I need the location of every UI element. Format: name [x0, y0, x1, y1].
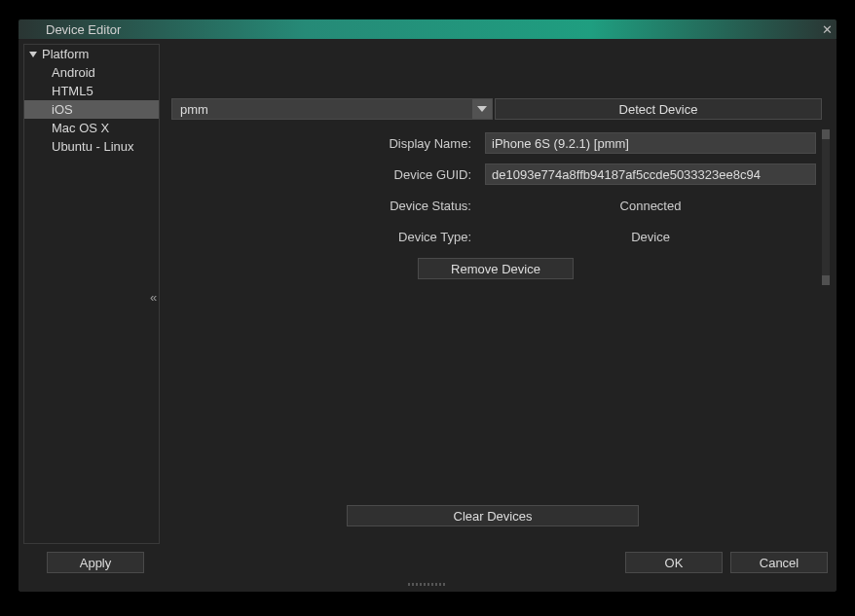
- scrollbar-thumb[interactable]: [822, 129, 830, 139]
- input-value: de1093e774a8ffb94187af5ccde5033323ee8c94: [492, 167, 761, 182]
- window-close-button[interactable]: ✕: [817, 19, 836, 39]
- field-display-name: Display Name: iPhone 6S (9.2.1) [pmm]: [175, 129, 816, 157]
- field-label: Device Status:: [175, 199, 477, 213]
- device-dropdown[interactable]: pmm: [171, 98, 493, 120]
- device-fields: Display Name: iPhone 6S (9.2.1) [pmm] De…: [175, 129, 832, 285]
- titlebar[interactable]: Device Editor ✕: [19, 19, 836, 39]
- tree-root-label: Platform: [42, 47, 89, 61]
- lower-panel: Clear Devices: [171, 303, 832, 544]
- platform-tree: Platform Android HTML5 iOS Mac OS X Ubun…: [23, 44, 160, 544]
- tree-expander-icon: [28, 50, 38, 59]
- chevron-down-icon: [472, 99, 492, 119]
- remove-row: Remove Device: [175, 258, 816, 279]
- collapse-panel-handle[interactable]: «: [150, 290, 157, 305]
- collapse-icon: «: [150, 290, 157, 305]
- device-guid-input[interactable]: de1093e774a8ffb94187af5ccde5033323ee8c94: [485, 163, 816, 185]
- device-select-row: pmm Detect Device: [171, 98, 832, 120]
- device-type-value: Device: [485, 230, 816, 244]
- apply-button[interactable]: Apply: [47, 552, 144, 573]
- resize-grip[interactable]: [23, 581, 832, 587]
- tree-item-android[interactable]: Android: [24, 63, 159, 82]
- tree-item-ios[interactable]: iOS: [24, 100, 159, 119]
- clear-devices-button[interactable]: Clear Devices: [347, 505, 639, 526]
- spacer: [171, 44, 832, 98]
- clear-label: Clear Devices: [454, 509, 533, 524]
- field-label: Device GUID:: [175, 167, 477, 182]
- tree-root-platform[interactable]: Platform: [24, 45, 159, 63]
- field-device-type: Device Type: Device: [175, 223, 816, 250]
- fields-scrollbar[interactable]: [822, 129, 830, 285]
- device-status-value: Connected: [485, 199, 816, 213]
- content-panel: pmm Detect Device Display Name: iPhone 6…: [171, 44, 832, 544]
- ok-label: OK: [665, 556, 684, 570]
- cancel-label: Cancel: [760, 556, 799, 570]
- field-label: Device Type:: [175, 230, 477, 244]
- tree-item-ubuntu[interactable]: Ubuntu - Linux: [24, 137, 159, 156]
- tree-item-label: Ubuntu - Linux: [52, 139, 134, 154]
- remove-label: Remove Device: [451, 262, 540, 276]
- tree-item-label: HTML5: [52, 84, 93, 98]
- main-area: Platform Android HTML5 iOS Mac OS X Ubun…: [23, 44, 832, 544]
- grip-icon: [408, 583, 447, 586]
- clear-row: Clear Devices: [171, 505, 814, 526]
- display-name-input[interactable]: iPhone 6S (9.2.1) [pmm]: [485, 132, 816, 154]
- ok-button[interactable]: OK: [625, 552, 723, 573]
- detect-device-button[interactable]: Detect Device: [495, 98, 822, 120]
- close-icon: ✕: [822, 22, 833, 37]
- tree-item-label: Mac OS X: [52, 121, 109, 135]
- window-body: Platform Android HTML5 iOS Mac OS X Ubun…: [19, 39, 836, 592]
- cancel-button[interactable]: Cancel: [730, 552, 828, 573]
- dropdown-value: pmm: [172, 102, 472, 117]
- field-device-guid: Device GUID: de1093e774a8ffb94187af5ccde…: [175, 161, 816, 188]
- tree-item-label: iOS: [52, 102, 73, 117]
- remove-device-button[interactable]: Remove Device: [418, 258, 574, 279]
- scrollbar-thumb[interactable]: [822, 275, 830, 285]
- window-title: Device Editor: [46, 22, 121, 37]
- tree-item-macosx[interactable]: Mac OS X: [24, 119, 159, 137]
- tree-item-label: Android: [52, 65, 95, 80]
- footer: Apply OK Cancel: [23, 548, 832, 577]
- tree-item-html5[interactable]: HTML5: [24, 82, 159, 100]
- input-value: iPhone 6S (9.2.1) [pmm]: [492, 136, 629, 151]
- detect-label: Detect Device: [619, 102, 698, 117]
- field-device-status: Device Status: Connected: [175, 192, 816, 219]
- field-label: Display Name:: [175, 136, 477, 151]
- apply-label: Apply: [80, 556, 112, 570]
